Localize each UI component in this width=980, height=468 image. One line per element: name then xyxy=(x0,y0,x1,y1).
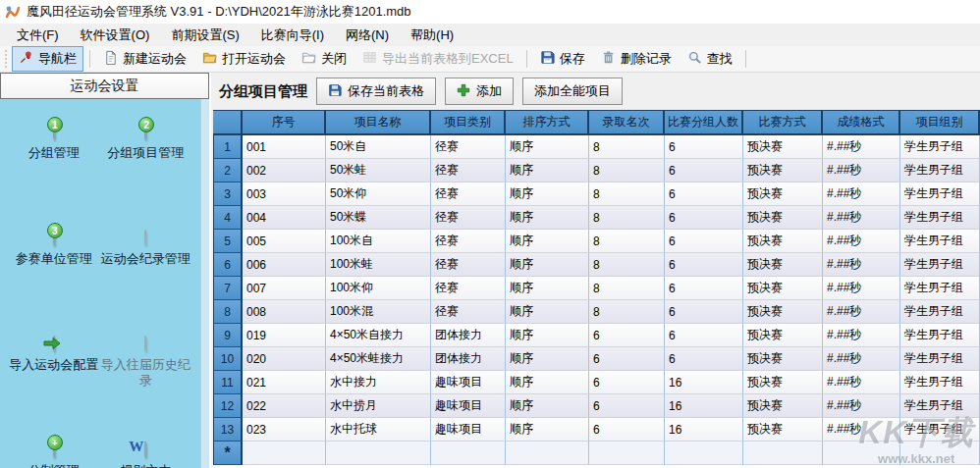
close-event-button[interactable]: 关闭 xyxy=(295,46,354,72)
grid-cell[interactable]: 8 xyxy=(589,277,665,300)
grid-cell[interactable]: 趣味项目 xyxy=(431,394,506,418)
grid-cell[interactable]: 50米蝶 xyxy=(326,206,431,230)
menu-item[interactable]: 软件设置(O) xyxy=(70,24,161,47)
grid-cell[interactable]: 8 xyxy=(589,135,665,159)
grid-cell[interactable]: 顺序 xyxy=(506,300,589,324)
grid-cell[interactable]: 预决赛 xyxy=(743,253,823,277)
grid-cell[interactable]: 预决赛 xyxy=(743,418,823,442)
grid-cell[interactable]: 顺序 xyxy=(506,182,589,206)
grid-cell[interactable] xyxy=(823,442,900,465)
grid-cell[interactable]: 002 xyxy=(243,159,326,182)
grid-cell[interactable]: 6 xyxy=(665,277,743,300)
add-button[interactable]: 添加 xyxy=(445,78,514,105)
grid-cell[interactable]: 019 xyxy=(243,324,326,347)
grid-cell[interactable]: 8 xyxy=(589,253,665,277)
grid-cell[interactable]: 8 xyxy=(589,182,665,206)
grid-cell[interactable]: 预决赛 xyxy=(743,324,823,347)
grid-cell[interactable]: 008 xyxy=(243,300,326,324)
grid-cell[interactable]: 预决赛 xyxy=(743,277,823,300)
grid-cell[interactable]: 6 xyxy=(589,347,665,371)
grid-cell[interactable]: 6 xyxy=(589,394,665,418)
grid-cell[interactable]: #.##秒 xyxy=(823,418,900,442)
grid-cell[interactable]: 020 xyxy=(243,347,326,371)
grid-cell[interactable]: 径赛 xyxy=(431,135,506,159)
grid-cell[interactable]: 50米自 xyxy=(326,135,431,159)
grid-cell[interactable] xyxy=(589,442,665,465)
grid-cell[interactable]: 水中托球 xyxy=(326,418,431,442)
grid-cell[interactable]: 004 xyxy=(243,206,326,230)
grid-cell[interactable]: 水中捞月 xyxy=(326,394,431,418)
grid-cell[interactable]: 学生男子组 xyxy=(900,371,980,394)
column-header[interactable]: 录取名次 xyxy=(589,110,665,135)
open-event-button[interactable]: 打开运动会 xyxy=(195,46,293,72)
grid-cell[interactable]: #.##秒 xyxy=(823,253,900,277)
grid-cell[interactable]: #.##秒 xyxy=(823,206,900,230)
sidebar-item-scoring-management[interactable]: +分制管理 xyxy=(8,442,100,468)
row-header[interactable]: 12 xyxy=(213,394,243,418)
grid-cell[interactable]: 预决赛 xyxy=(743,182,823,206)
grid-cell[interactable]: 100米仰 xyxy=(326,277,431,300)
grid-cell[interactable]: 100米蛙 xyxy=(326,253,431,277)
grid-cell[interactable]: 50米仰 xyxy=(326,182,431,206)
grid-cell[interactable]: 预决赛 xyxy=(743,347,823,371)
grid-cell[interactable]: 径赛 xyxy=(431,253,506,277)
grid-cell[interactable]: 学生男子组 xyxy=(900,159,980,182)
sidebar-scrollbar[interactable] xyxy=(200,99,209,468)
menu-item[interactable]: 帮助(H) xyxy=(400,24,464,47)
grid-cell[interactable]: 趣味项目 xyxy=(431,418,506,442)
sidebar-item-group-event-management[interactable]: 2分组项目管理 xyxy=(100,125,192,189)
grid-cell[interactable] xyxy=(326,442,431,465)
row-header[interactable]: 6 xyxy=(213,253,243,277)
grid-cell[interactable]: 022 xyxy=(243,394,326,418)
sidebar-item-rules-text[interactable]: W规则文本 xyxy=(100,442,192,468)
menu-item[interactable]: 前期设置(S) xyxy=(160,24,249,47)
grid-cell[interactable]: 学生男子组 xyxy=(900,277,980,300)
grid-cell[interactable]: 8 xyxy=(589,230,665,253)
find-button[interactable]: 查找 xyxy=(681,46,739,72)
grid-cell[interactable]: 径赛 xyxy=(431,300,506,324)
grid-cell[interactable]: 学生男子组 xyxy=(900,300,980,324)
grid-cell[interactable]: 径赛 xyxy=(431,230,506,253)
grid-cell[interactable]: #.##秒 xyxy=(823,371,900,394)
row-header[interactable]: 4 xyxy=(213,206,243,230)
grid-cell[interactable]: 100米自 xyxy=(326,230,431,253)
row-header[interactable]: 10 xyxy=(213,347,243,371)
column-header[interactable]: 项目组别 xyxy=(900,110,980,135)
grid-cell[interactable]: 顺序 xyxy=(506,371,589,394)
grid-cell[interactable]: #.##秒 xyxy=(823,394,900,418)
grid-cell[interactable]: 径赛 xyxy=(431,206,506,230)
menu-item[interactable]: 文件(F) xyxy=(6,24,70,47)
grid-cell[interactable]: 8 xyxy=(589,206,665,230)
grid-cell[interactable]: #.##秒 xyxy=(823,300,900,324)
grid-cell[interactable]: 预决赛 xyxy=(743,206,823,230)
grid-cell[interactable]: 顺序 xyxy=(506,394,589,418)
save-button[interactable]: 保存 xyxy=(533,46,592,72)
column-header[interactable]: 序号 xyxy=(243,110,326,135)
grid-cell[interactable]: 16 xyxy=(665,371,743,394)
grid-cell[interactable]: 学生男子组 xyxy=(900,253,980,277)
grid-cell[interactable]: 6 xyxy=(665,253,743,277)
grid-cell[interactable]: 学生男子组 xyxy=(900,418,980,442)
grid-cell[interactable]: 6 xyxy=(665,159,743,182)
grid-cell[interactable]: 顺序 xyxy=(506,206,589,230)
grid-cell[interactable] xyxy=(431,442,506,465)
grid-cell[interactable]: 径赛 xyxy=(431,182,506,206)
grid-cell[interactable]: 团体接力 xyxy=(431,347,506,371)
delete-record-button[interactable]: 删除记录 xyxy=(594,46,679,72)
grid-cell[interactable]: 径赛 xyxy=(431,277,506,300)
column-header[interactable]: 比赛方式 xyxy=(743,110,823,135)
grid-cell[interactable]: 001 xyxy=(243,135,326,159)
grid-cell[interactable]: 021 xyxy=(243,371,326,394)
grid-cell[interactable]: 6 xyxy=(589,324,665,347)
column-header[interactable]: 项目名称 xyxy=(326,110,431,135)
grid-cell[interactable]: 023 xyxy=(243,418,326,442)
grid-cell[interactable]: 005 xyxy=(243,230,326,253)
grid-cell[interactable]: 学生男子组 xyxy=(900,394,980,418)
grid-cell[interactable]: 顺序 xyxy=(506,347,589,371)
grid-cell[interactable]: 006 xyxy=(243,253,326,277)
grid-cell[interactable]: 100米混 xyxy=(326,300,431,324)
grid-cell[interactable]: 水中接力 xyxy=(326,371,431,394)
grid-cell[interactable]: 学生男子组 xyxy=(900,230,980,253)
grid-cell[interactable]: 50米蛙 xyxy=(326,159,431,182)
grid-cell[interactable]: #.##秒 xyxy=(823,182,900,206)
